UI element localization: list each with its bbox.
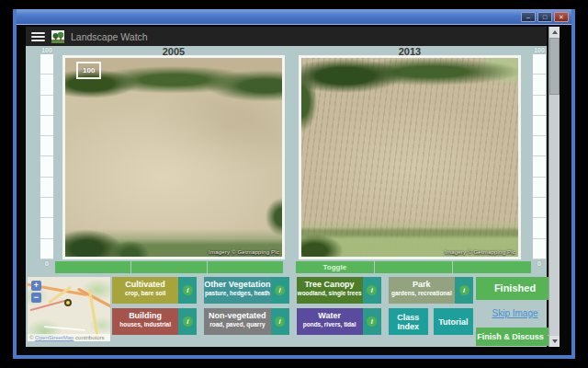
class-row-1: Cultivated crop, bare soil i Other Veget…: [112, 277, 473, 304]
app-logo-icon: [51, 30, 64, 43]
class-sublabel: woodland, single trees: [297, 290, 363, 297]
info-icon: i: [183, 316, 193, 327]
class-label: Park: [389, 280, 455, 290]
class-sublabel: houses, industrial: [112, 321, 178, 328]
photo-badge: 100: [76, 62, 101, 79]
class-button-park[interactable]: Park gardens, recreational: [389, 277, 455, 304]
percent-scale-right-bar[interactable]: [533, 54, 546, 259]
attribution-suffix: contributors: [74, 335, 104, 340]
info-icon: i: [367, 316, 377, 327]
app-page: Landscape Watch 2005 2013 100 0 100 0: [26, 27, 547, 347]
arrow-up-icon: [552, 30, 558, 34]
osm-link[interactable]: OpenStreetMap: [35, 335, 74, 340]
finish-discuss-label: Finish & Discuss: [477, 328, 544, 346]
toggle-segment[interactable]: [375, 261, 453, 273]
toggle-segment[interactable]: [208, 261, 283, 273]
scale-min-label: 0: [37, 259, 57, 268]
minimize-button[interactable]: –: [521, 12, 536, 22]
info-icon: i: [459, 285, 469, 295]
toggle-button[interactable]: Toggle: [296, 261, 374, 273]
main-content: 2005 2013 100 0 100 0 100 Imagery ©: [26, 46, 547, 347]
class-sublabel: pasture, hedges, heath: [204, 290, 270, 297]
scale-min-label: 0: [529, 259, 549, 268]
class-buttons: Cultivated crop, bare soil i Other Veget…: [112, 277, 473, 335]
class-sublabel: crop, bare soil: [112, 290, 178, 297]
toggle-segment[interactable]: [55, 261, 130, 273]
class-button-cultivated[interactable]: Cultivated crop, bare soil: [112, 277, 178, 304]
class-button-other-vegetation[interactable]: Other Vegetation pasture, hedges, heath: [204, 277, 270, 304]
maximize-button[interactable]: □: [537, 12, 552, 22]
imagery-credit-left: Imagery © Getmapping Plc: [209, 249, 279, 255]
toggle-bar-right[interactable]: Toggle: [296, 261, 531, 273]
toggle-segment[interactable]: [131, 261, 207, 273]
window-body: Landscape Watch 2005 2013 100 0 100 0: [17, 25, 571, 354]
page-scrollbar[interactable]: [548, 27, 560, 347]
imagery-credit-right: Imagery © Getmapping Plc: [445, 249, 515, 255]
action-column: Finished Skip Image Finish & Discuss: [476, 277, 554, 346]
desktop: – □ ✕ Landscape Watch 2005: [0, 0, 588, 368]
info-button-non-vegetated[interactable]: i: [271, 308, 289, 335]
app-window: – □ ✕ Landscape Watch 2005: [13, 9, 575, 359]
class-index-button[interactable]: Class Index: [389, 308, 428, 335]
class-button-tree-canopy[interactable]: Tree Canopy woodland, single trees: [297, 277, 363, 304]
scale-max-label: 100: [529, 46, 549, 54]
info-icon: i: [275, 316, 285, 327]
scroll-thumb[interactable]: [549, 38, 560, 95]
toggle-bar-left[interactable]: [55, 261, 283, 273]
close-button[interactable]: ✕: [554, 12, 569, 22]
percent-scale-right: 100 0: [529, 46, 549, 268]
map-zoom-out-button[interactable]: −: [31, 293, 41, 303]
location-minimap[interactable]: + − © OpenStreetMap contributors: [28, 277, 110, 341]
app-header: Landscape Watch: [26, 27, 547, 46]
app-title: Landscape Watch: [71, 31, 148, 42]
info-button-cultivated[interactable]: i: [178, 277, 197, 304]
info-button-tree-canopy[interactable]: i: [363, 277, 381, 304]
class-sublabel: ponds, rivers, tidal: [297, 321, 363, 328]
percent-scale-left-bar[interactable]: [40, 54, 53, 259]
map-location-marker: [64, 299, 72, 306]
window-titlebar[interactable]: – □ ✕: [17, 9, 571, 25]
info-button-water[interactable]: i: [363, 308, 381, 335]
skip-image-link[interactable]: Skip Image: [492, 308, 537, 318]
hamburger-menu-icon[interactable]: [31, 32, 45, 41]
info-button-other-vegetation[interactable]: i: [271, 277, 289, 304]
class-label: Tree Canopy: [297, 280, 363, 290]
map-zoom-in-button[interactable]: +: [31, 281, 41, 291]
percent-scale-left: 100 0: [37, 46, 57, 268]
aerial-photo-2005: 100 Imagery © Getmapping Plc: [62, 55, 285, 259]
finish-discuss-button[interactable]: Finish & Discuss: [476, 328, 554, 346]
tutorial-button[interactable]: Tutorial: [434, 308, 473, 335]
scroll-down-button[interactable]: [549, 336, 560, 347]
finished-button[interactable]: Finished: [476, 277, 554, 300]
info-button-park[interactable]: i: [455, 277, 473, 304]
class-button-water[interactable]: Water ponds, rivers, tidal: [297, 308, 363, 335]
arrow-down-icon: [552, 339, 558, 343]
class-button-non-vegetated[interactable]: Non-vegetated road, paved, quarry: [204, 308, 270, 335]
aerial-photo-2013: Imagery © Getmapping Plc: [299, 55, 521, 259]
map-road: [44, 326, 85, 331]
toggle-segment[interactable]: [453, 261, 531, 273]
class-label: Building: [112, 311, 178, 321]
info-button-building[interactable]: i: [178, 308, 197, 335]
class-sublabel: gardens, recreational: [389, 290, 455, 297]
class-label: Other Vegetation: [204, 280, 270, 290]
class-label: Cultivated: [112, 280, 178, 290]
class-row-2: Building houses, industrial i Non-vegeta…: [112, 308, 473, 335]
scale-max-label: 100: [37, 46, 57, 54]
class-label: Non-vegetated: [204, 311, 270, 321]
osm-attribution: © OpenStreetMap contributors: [28, 334, 110, 341]
class-label: Water: [297, 311, 363, 321]
info-icon: i: [183, 285, 193, 295]
class-sublabel: road, paved, quarry: [204, 321, 270, 328]
map-zoom-controls: + −: [31, 281, 41, 303]
scroll-up-button[interactable]: [549, 27, 560, 38]
info-icon: i: [367, 285, 377, 295]
info-icon: i: [275, 285, 285, 295]
class-button-building[interactable]: Building houses, industrial: [112, 308, 178, 335]
